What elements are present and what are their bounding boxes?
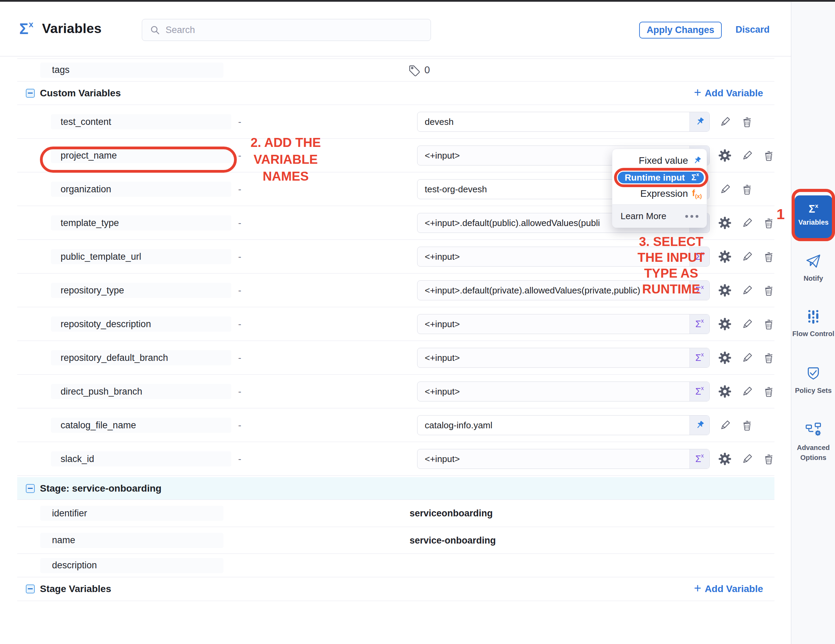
- sidebar-item-policy-sets[interactable]: Policy Sets: [791, 366, 835, 396]
- edit-pencil-icon: [719, 183, 731, 196]
- menu-item-expression[interactable]: Expression f(x): [612, 186, 707, 201]
- settings-gear-icon: [718, 216, 731, 229]
- delete-trash-icon: [762, 385, 775, 398]
- search-input[interactable]: [165, 24, 407, 36]
- runtime-sigma-badge: Σx: [695, 353, 704, 363]
- edit-variable-button[interactable]: [740, 452, 754, 466]
- search-box: [142, 19, 431, 41]
- variable-row: catalog_file_name-catalog-info.yaml: [17, 408, 775, 442]
- variable-value-input[interactable]: <+input>Σx: [417, 381, 710, 401]
- variable-name: catalog_file_name: [51, 418, 231, 433]
- page-title: Variables: [42, 21, 102, 36]
- edit-variable-button[interactable]: [718, 182, 732, 196]
- variable-row: test_content-devesh: [17, 105, 775, 139]
- sidebar-item-notify[interactable]: Notify: [791, 253, 835, 284]
- variable-value-input[interactable]: devesh: [417, 112, 710, 132]
- variable-name: direct_push_branch: [51, 384, 231, 399]
- window-edge: [0, 0, 835, 2]
- delete-variable-button[interactable]: [762, 284, 775, 297]
- sigma-x-icon: Σx: [19, 20, 33, 37]
- delete-variable-button[interactable]: [762, 317, 775, 331]
- ellipsis-icon[interactable]: [685, 215, 699, 218]
- variable-value-input[interactable]: <+input>Σx: [417, 314, 710, 334]
- variable-value-text: <+input>: [425, 454, 689, 464]
- apply-changes-button[interactable]: Apply Changes: [639, 22, 722, 39]
- settings-gear-icon: [718, 318, 731, 331]
- delete-variable-button[interactable]: [762, 216, 775, 230]
- variable-settings-button[interactable]: [718, 149, 732, 162]
- delete-trash-icon: [762, 318, 775, 331]
- field-label: identifier: [40, 506, 223, 521]
- variable-row: repository_default_branch-<+input>Σx: [17, 341, 775, 375]
- runtime-sigma-badge: Σx: [695, 386, 704, 397]
- delete-trash-icon: [762, 284, 775, 297]
- value-type-dropdown: Fixed value Runtime input Σx Expression …: [612, 149, 707, 228]
- sidebar-item-advanced-options[interactable]: Advanced Options: [791, 422, 835, 463]
- delete-variable-button[interactable]: [740, 115, 754, 129]
- delete-variable-button[interactable]: [762, 384, 775, 398]
- value-type-toggle-fixed[interactable]: [689, 112, 709, 131]
- delete-variable-button[interactable]: [762, 351, 775, 365]
- add-variable-button[interactable]: + Add Variable: [694, 583, 763, 595]
- variable-settings-button[interactable]: [718, 384, 732, 398]
- collapse-minus-icon[interactable]: [26, 584, 35, 594]
- variable-value-input[interactable]: <+input>Σx: [417, 449, 710, 469]
- edit-variable-button[interactable]: [740, 317, 754, 331]
- delete-variable-button[interactable]: [740, 182, 754, 196]
- variable-settings-button[interactable]: [718, 216, 732, 230]
- runtime-sigma-badge: Σx: [695, 319, 704, 329]
- variable-settings-button[interactable]: [718, 317, 732, 331]
- value-type-toggle-runtime[interactable]: Σx: [689, 382, 709, 401]
- edit-variable-button[interactable]: [718, 115, 732, 129]
- value-type-toggle-fixed[interactable]: [689, 415, 709, 435]
- discard-button[interactable]: Discard: [736, 24, 770, 35]
- edit-variable-button[interactable]: [718, 419, 732, 432]
- value-separator: -: [238, 386, 241, 397]
- value-separator: -: [238, 420, 241, 430]
- edit-variable-button[interactable]: [740, 284, 754, 297]
- value-separator: -: [238, 217, 241, 228]
- plus-icon: +: [694, 582, 701, 594]
- sidebar-item-flow-control[interactable]: Flow Control: [791, 309, 835, 339]
- edit-variable-button[interactable]: [740, 216, 754, 230]
- variable-settings-button[interactable]: [718, 351, 732, 365]
- field-label: name: [40, 533, 223, 548]
- edit-variable-button[interactable]: [740, 250, 754, 263]
- variable-value-input[interactable]: catalog-info.yaml: [417, 415, 710, 435]
- dropdown-footer: Learn More: [612, 204, 707, 228]
- edit-pencil-icon: [741, 217, 754, 229]
- edit-variable-button[interactable]: [740, 149, 754, 162]
- value-type-toggle-runtime[interactable]: Σx: [689, 348, 709, 367]
- delete-variable-button[interactable]: [740, 419, 754, 432]
- tag-icon: [408, 64, 421, 77]
- delete-trash-icon: [762, 217, 775, 229]
- flow-gear-icon: [805, 422, 822, 439]
- sliders-icon: [806, 309, 821, 325]
- variable-value-input[interactable]: <+input>Σx: [417, 348, 710, 368]
- menu-item-fixed-value[interactable]: Fixed value: [612, 153, 707, 168]
- section-row-stage: Stage: service-onboarding: [17, 477, 775, 500]
- delete-trash-icon: [762, 250, 775, 263]
- variable-row: slack_id-<+input>Σx: [17, 442, 775, 476]
- delete-variable-button[interactable]: [762, 149, 775, 162]
- value-type-toggle-runtime[interactable]: Σx: [689, 449, 709, 469]
- collapse-minus-icon[interactable]: [26, 89, 35, 98]
- variables-panel: Σx Variables Apply Changes Discard tags …: [0, 0, 835, 644]
- annotation-step3-text: 3. SELECT THE INPUT TYPE AS RUNTIME: [609, 234, 733, 297]
- delete-variable-button[interactable]: [762, 452, 775, 466]
- variable-name: organization: [51, 182, 231, 197]
- value-separator: -: [238, 352, 241, 363]
- field-label: description: [40, 558, 223, 573]
- collapse-minus-icon[interactable]: [26, 484, 35, 493]
- variable-name: repository_default_branch: [51, 350, 231, 365]
- variable-settings-button[interactable]: [718, 452, 732, 466]
- edit-variable-button[interactable]: [740, 351, 754, 365]
- right-sidebar: Σx Variables Notify Flow Control Policy …: [791, 2, 835, 644]
- delete-variable-button[interactable]: [762, 250, 775, 263]
- value-type-toggle-runtime[interactable]: Σx: [689, 315, 709, 334]
- edit-variable-button[interactable]: [740, 384, 754, 398]
- learn-more-link[interactable]: Learn More: [621, 211, 685, 222]
- tags-label: tags: [40, 63, 223, 78]
- pin-icon: [692, 156, 702, 165]
- add-variable-button[interactable]: + Add Variable: [694, 87, 763, 99]
